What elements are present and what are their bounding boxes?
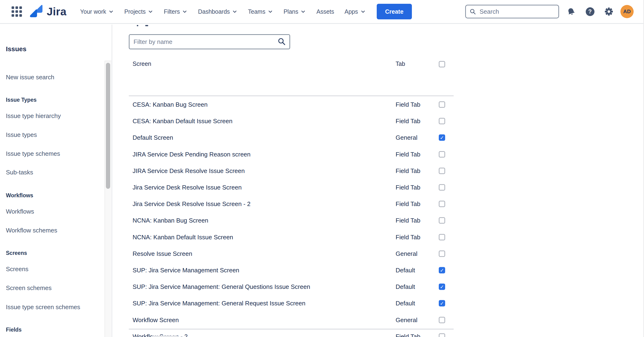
tab-value: Field Tab	[396, 167, 420, 174]
row-checkbox[interactable]	[439, 217, 445, 224]
nav-item-label: Projects	[124, 8, 146, 15]
tab-value: General	[396, 316, 418, 323]
filter-search-button[interactable]	[278, 38, 286, 46]
sidebar-item-new-issue-search[interactable]: New issue search	[6, 74, 54, 81]
sidebar-item-issue-type-screen-schemes[interactable]: Issue type screen schemes	[6, 303, 80, 311]
screen-name: Default Screen	[132, 134, 173, 141]
chevron-down-icon	[268, 9, 273, 15]
row-checkbox[interactable]	[439, 333, 445, 337]
nav-item-apps[interactable]: Apps	[345, 8, 366, 15]
row-checkbox[interactable]	[439, 234, 445, 240]
main-content: Screen Tab CESA: Kanban Bug Screen Field…	[112, 25, 644, 337]
tab-value: Field Tab	[396, 233, 420, 241]
sidebar-item-workflows[interactable]: Workflows	[6, 208, 34, 215]
filter-by-name-input[interactable]	[130, 38, 278, 46]
chevron-down-icon	[232, 9, 238, 15]
global-search-box[interactable]	[465, 5, 559, 19]
screen-name: JIRA Service Desk Pending Reason screen	[132, 151, 250, 158]
clipped-heading-fragment	[137, 25, 138, 26]
jira-logo-icon	[29, 5, 44, 18]
sidebar-item-sub-tasks[interactable]: Sub-tasks	[6, 169, 33, 176]
table-row: Jira Service Desk Resolve Issue Screen F…	[129, 179, 454, 196]
tab-value: Field Tab	[396, 118, 420, 125]
row-checkbox[interactable]	[439, 201, 445, 207]
table-row: SUP: Jira Service Management: General Qu…	[129, 278, 454, 295]
chevron-down-icon	[360, 9, 366, 15]
sidebar-scrollbar-thumb[interactable]	[106, 63, 110, 189]
row-checkbox[interactable]	[439, 284, 445, 290]
nav-item-label: Your work	[80, 8, 106, 15]
row-checkbox[interactable]	[439, 300, 445, 306]
row-checkbox[interactable]	[439, 168, 445, 174]
nav-item-your-work[interactable]: Your work	[80, 8, 114, 15]
clipped-heading-fragment	[145, 25, 148, 26]
table-row: Workflow Screen General	[129, 311, 454, 328]
table-row: Jira Service Desk Resolve Issue Screen -…	[129, 196, 454, 212]
sidebar-item-issue-types[interactable]: Issue types	[6, 131, 37, 139]
app-switcher-grid-icon[interactable]	[11, 6, 23, 18]
gear-icon	[604, 7, 613, 16]
row-checkbox[interactable]	[439, 118, 445, 124]
nav-item-label: Teams	[248, 8, 266, 15]
user-avatar[interactable]: AD	[620, 5, 634, 18]
nav-item-filters[interactable]: Filters	[164, 8, 188, 15]
row-checkbox[interactable]	[439, 184, 445, 191]
create-button[interactable]: Create	[377, 4, 412, 19]
jira-wordmark: Jira	[47, 5, 66, 18]
settings-button[interactable]	[602, 5, 616, 19]
screen-name: Jira Service Desk Resolve Issue Screen -…	[132, 200, 250, 208]
row-checkbox[interactable]	[439, 102, 445, 108]
row-checkbox[interactable]	[439, 317, 445, 323]
table-row: SUP: Jira Service Management Screen Defa…	[129, 262, 454, 278]
tab-value: Field Tab	[396, 151, 420, 158]
row-checkbox[interactable]	[439, 135, 445, 141]
global-search-input[interactable]	[479, 8, 548, 16]
sidebar-scrollbar-track	[104, 61, 111, 337]
tab-value: General	[396, 250, 418, 257]
table-bottom-divider	[129, 329, 454, 329]
jira-admin-screens-page: Jira Your work Projects Filters Dashboar…	[0, 0, 644, 337]
sidebar-item-screens[interactable]: Screens	[6, 265, 28, 273]
row-checkbox[interactable]	[439, 250, 445, 257]
nav-item-label: Dashboards	[198, 8, 230, 15]
sidebar-item-workflow-schemes[interactable]: Workflow schemes	[6, 227, 57, 234]
pagination-button-clipped[interactable]	[151, 335, 179, 337]
top-navbar: Jira Your work Projects Filters Dashboar…	[0, 0, 644, 24]
question-icon: ?	[586, 7, 594, 16]
tab-value: Field Tab	[396, 200, 420, 208]
sidebar-item-issue-type-hierarchy[interactable]: Issue type hierarchy	[6, 112, 61, 120]
screen-name: NCNA: Kanban Bug Screen	[132, 217, 208, 224]
grid-icon	[11, 6, 22, 17]
chevron-down-icon	[182, 9, 188, 15]
tab-value: Default	[396, 266, 415, 274]
jira-logo[interactable]: Jira	[29, 5, 66, 18]
tab-value: Field Tab	[396, 217, 420, 224]
sidebar-item-issue-type-schemes[interactable]: Issue type schemes	[6, 150, 60, 157]
sidebar-title: Issues	[6, 45, 26, 53]
help-button[interactable]: ?	[583, 5, 597, 19]
tab-value: Field Tab	[396, 333, 420, 337]
notifications-button[interactable]	[564, 5, 578, 19]
nav-item-projects[interactable]: Projects	[124, 8, 153, 15]
chevron-down-icon	[148, 9, 153, 15]
column-header-tab[interactable]: Tab	[396, 60, 405, 67]
nav-item-assets[interactable]: Assets	[316, 8, 334, 15]
column-header-screen[interactable]: Screen	[132, 60, 151, 67]
table-row: Resolve Issue Screen General	[129, 245, 454, 262]
select-all-checkbox[interactable]	[439, 61, 445, 68]
nav-item-teams[interactable]: Teams	[248, 8, 273, 15]
row-checkbox[interactable]	[439, 267, 445, 273]
nav-item-plans[interactable]: Plans	[284, 8, 306, 15]
tab-value: Field Tab	[396, 184, 420, 191]
sidebar-heading-workflows: Workflows	[6, 192, 33, 199]
table-row: JIRA Service Desk Pending Reason screen …	[129, 146, 454, 163]
row-checkbox[interactable]	[439, 151, 445, 157]
screen-name: SUP: Jira Service Management Screen	[132, 266, 239, 274]
sidebar-item-screen-schemes[interactable]: Screen schemes	[6, 284, 52, 292]
table-row: CESA: Kanban Bug Screen Field Tab	[129, 96, 454, 113]
table-row: SUP: Jira Service Management: General Re…	[129, 295, 454, 311]
nav-item-dashboards[interactable]: Dashboards	[198, 8, 238, 15]
screen-name: JIRA Service Desk Resolve Issue Screen	[132, 167, 245, 174]
screen-name: Jira Service Desk Resolve Issue Screen	[132, 184, 242, 191]
screen-name: CESA: Kanban Bug Screen	[132, 101, 208, 108]
